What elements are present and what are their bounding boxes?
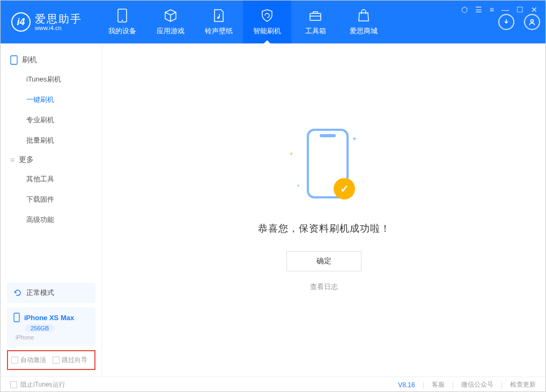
- refresh-icon: [13, 289, 22, 297]
- header-right: [498, 14, 540, 30]
- app-header: ⬡ ☰ ≡ — ☐ ✕ i4 爱思助手 www.i4.cn 我的设备 应用游戏 …: [1, 1, 545, 43]
- section-more: ≡ 更多: [1, 151, 102, 169]
- sidebar: 刷机 iTunes刷机 一键刷机 专业刷机 批量刷机 ≡ 更多 其他工具 下载固…: [1, 43, 102, 376]
- sidebar-item-one-click-flash[interactable]: 一键刷机: [1, 90, 102, 110]
- shirt-icon[interactable]: ⬡: [461, 5, 468, 14]
- cube-icon: [163, 8, 178, 23]
- checkbox-label: 自动激活: [20, 356, 46, 365]
- success-message: 恭喜您，保资料刷机成功啦！: [258, 222, 390, 235]
- tab-label: 我的设备: [108, 26, 136, 36]
- tab-label: 工具箱: [305, 26, 326, 36]
- app-logo: i4 爱思助手 www.i4.cn: [11, 12, 82, 32]
- sidebar-item-other-tools[interactable]: 其他工具: [1, 169, 102, 189]
- svg-rect-7: [14, 313, 19, 322]
- close-button[interactable]: ✕: [531, 5, 537, 14]
- sparkle-icon: ✦: [352, 135, 357, 143]
- tab-label: 铃声壁纸: [205, 26, 233, 36]
- section-flash: 刷机: [1, 51, 102, 69]
- checkbox-label: 阻止iTunes运行: [20, 380, 65, 389]
- tab-apps-games[interactable]: 应用游戏: [146, 1, 195, 43]
- ok-button[interactable]: 确定: [286, 251, 361, 271]
- check-badge-icon: ✓: [334, 178, 355, 199]
- svg-point-5: [531, 20, 534, 23]
- music-file-icon: [211, 8, 226, 23]
- sidebar-item-itunes-flash[interactable]: iTunes刷机: [1, 69, 102, 90]
- tab-my-device[interactable]: 我的设备: [98, 1, 146, 43]
- app-subtitle: www.i4.cn: [35, 25, 82, 31]
- sidebar-item-download-firmware[interactable]: 下载固件: [1, 189, 102, 210]
- phone-icon: [13, 313, 20, 322]
- tab-store[interactable]: 爱思商城: [340, 1, 388, 43]
- device-card[interactable]: iPhone XS Max 256GB iPhone: [7, 307, 95, 346]
- sparkle-icon: •: [297, 182, 299, 190]
- list-icon[interactable]: ≡: [490, 5, 494, 14]
- svg-rect-6: [11, 56, 17, 64]
- svg-rect-3: [310, 13, 321, 20]
- svg-point-1: [122, 20, 123, 21]
- device-type: iPhone: [16, 334, 34, 341]
- highlight-checkboxes: 自动激活 跳过向导: [7, 350, 95, 370]
- mode-card[interactable]: 正常模式: [7, 283, 95, 303]
- skip-guide-checkbox[interactable]: 跳过向导: [53, 356, 87, 365]
- view-log-link[interactable]: 查看日志: [310, 282, 338, 292]
- svg-point-2: [217, 17, 219, 19]
- tab-label: 智能刷机: [253, 26, 281, 36]
- check-update-link[interactable]: 检查更新: [510, 380, 536, 389]
- mode-label: 正常模式: [26, 288, 54, 298]
- sidebar-item-batch-flash[interactable]: 批量刷机: [1, 130, 102, 151]
- app-title: 爱思助手: [35, 13, 82, 25]
- sidebar-item-pro-flash[interactable]: 专业刷机: [1, 110, 102, 130]
- wechat-link[interactable]: 微信公众号: [461, 380, 493, 389]
- checkbox-label: 跳过向导: [62, 356, 87, 365]
- menu-icon[interactable]: ☰: [475, 5, 482, 14]
- sparkle-icon: ✦: [289, 150, 294, 158]
- user-button[interactable]: [524, 14, 540, 30]
- minimize-button[interactable]: —: [501, 5, 509, 14]
- block-itunes-checkbox[interactable]: 阻止iTunes运行: [10, 380, 65, 389]
- download-button[interactable]: [498, 14, 514, 30]
- list-icon: ≡: [10, 156, 14, 164]
- section-title: 刷机: [22, 55, 37, 65]
- nav-tabs: 我的设备 应用游戏 铃声壁纸 智能刷机 工具箱 爱思商城: [98, 1, 388, 43]
- main-content: ✦ • ✦ ✓ 恭喜您，保资料刷机成功啦！ 确定 查看日志: [102, 43, 545, 376]
- maximize-button[interactable]: ☐: [517, 5, 523, 14]
- window-controls: ⬡ ☰ ≡ — ☐ ✕: [461, 5, 537, 14]
- device-name: iPhone XS Max: [24, 314, 74, 322]
- logo-icon: i4: [11, 12, 31, 32]
- version-label: V8.16: [398, 381, 415, 389]
- app-footer: 阻止iTunes运行 V8.16 | 客服 | 微信公众号 | 检查更新: [1, 376, 545, 392]
- tab-label: 爱思商城: [350, 26, 378, 36]
- device-capacity: 256GB: [25, 324, 54, 332]
- section-title: 更多: [19, 155, 34, 165]
- auto-activate-checkbox[interactable]: 自动激活: [11, 356, 46, 365]
- sidebar-item-advanced[interactable]: 高级功能: [1, 210, 102, 230]
- success-illustration: ✦ • ✦ ✓: [292, 129, 356, 207]
- shield-refresh-icon: [260, 8, 275, 23]
- device-icon: [10, 55, 18, 65]
- service-link[interactable]: 客服: [432, 380, 445, 389]
- tab-label: 应用游戏: [157, 26, 185, 36]
- phone-icon: [115, 8, 130, 23]
- tab-toolbox[interactable]: 工具箱: [291, 1, 340, 43]
- bag-icon: [356, 8, 371, 23]
- tab-ringtones[interactable]: 铃声壁纸: [195, 1, 243, 43]
- tab-flash[interactable]: 智能刷机: [243, 1, 291, 43]
- toolbox-icon: [308, 8, 323, 23]
